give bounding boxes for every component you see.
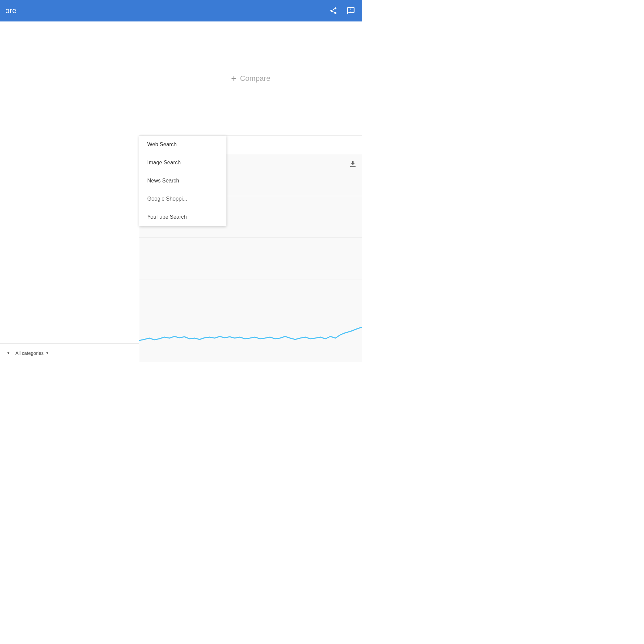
dropdown-item-shopping[interactable]: Google Shoppi... [139,190,226,208]
main-content: ▼ All categories ▼ + Compare Web Search … [0,21,362,362]
compare-plus-icon: + [231,73,236,84]
compare-button[interactable]: + Compare [224,69,277,88]
dropdown-item-image[interactable]: Image Search [139,154,226,172]
compare-label: Compare [240,74,270,83]
dropdown-item-youtube[interactable]: YouTube Search [139,208,226,226]
app-header: ore [0,0,362,21]
download-icon [349,160,357,169]
download-icon-container[interactable] [349,160,357,170]
dropdown-item-news[interactable]: News Search [139,172,226,190]
region-dropdown[interactable]: ▼ [5,348,11,358]
svg-rect-0 [350,166,356,167]
region-dropdown-arrow: ▼ [7,351,10,355]
left-panel: ▼ All categories ▼ [0,21,139,362]
right-filter-row: Web Search Image Search News Search Goog… [139,136,362,154]
share-icon[interactable] [329,6,338,15]
category-dropdown-label: All categories [15,351,44,356]
dropdown-item-web[interactable]: Web Search [139,136,226,154]
search-type-dropdown-menu: Web Search Image Search News Search Goog… [139,136,226,226]
left-filter-row: ▼ All categories ▼ [0,343,139,362]
left-top-area [0,21,139,343]
category-dropdown[interactable]: All categories ▼ [14,348,50,359]
app-title: ore [5,6,16,15]
grid-line-3 [139,279,362,279]
right-panel: + Compare Web Search Image Search News S… [139,21,362,362]
category-dropdown-arrow: ▼ [46,351,49,355]
header-icons [329,6,356,15]
grid-line-4 [139,321,362,321]
feedback-icon[interactable] [346,6,356,15]
grid-line-2 [139,237,362,238]
compare-section: + Compare [139,21,362,136]
